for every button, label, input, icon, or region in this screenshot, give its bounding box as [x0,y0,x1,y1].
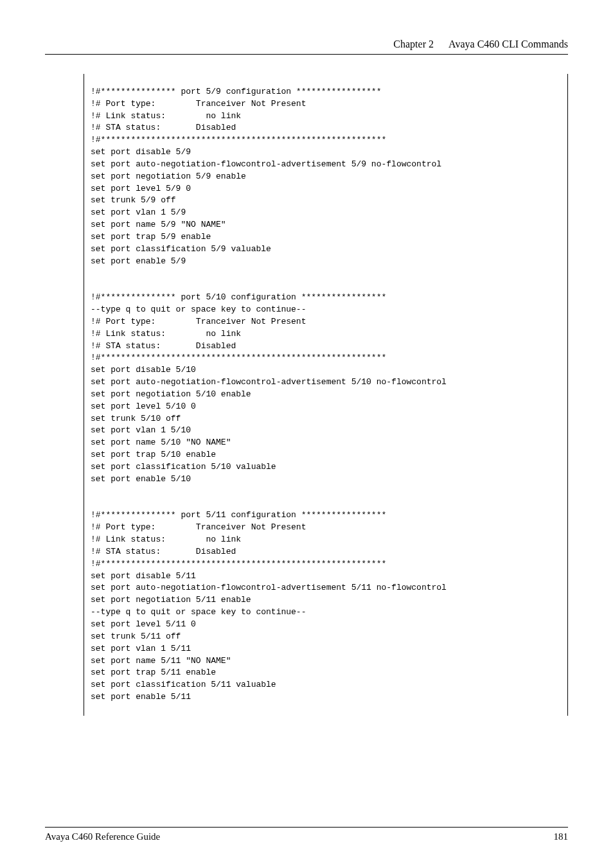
footer-left: Avaya C460 Reference Guide [45,831,160,842]
running-header: Chapter 2 Avaya C460 CLI Commands [45,39,568,50]
cli-output-block: !#*************** port 5/9 configuration… [84,74,568,716]
header-rule: Chapter 2 Avaya C460 CLI Commands [45,39,568,55]
page-number: 181 [554,831,569,842]
page: Chapter 2 Avaya C460 CLI Commands !#****… [0,0,613,868]
chapter-title: Avaya C460 CLI Commands [449,39,568,49]
chapter-label: Chapter 2 [393,39,434,49]
footer: Avaya C460 Reference Guide 181 [45,827,568,842]
